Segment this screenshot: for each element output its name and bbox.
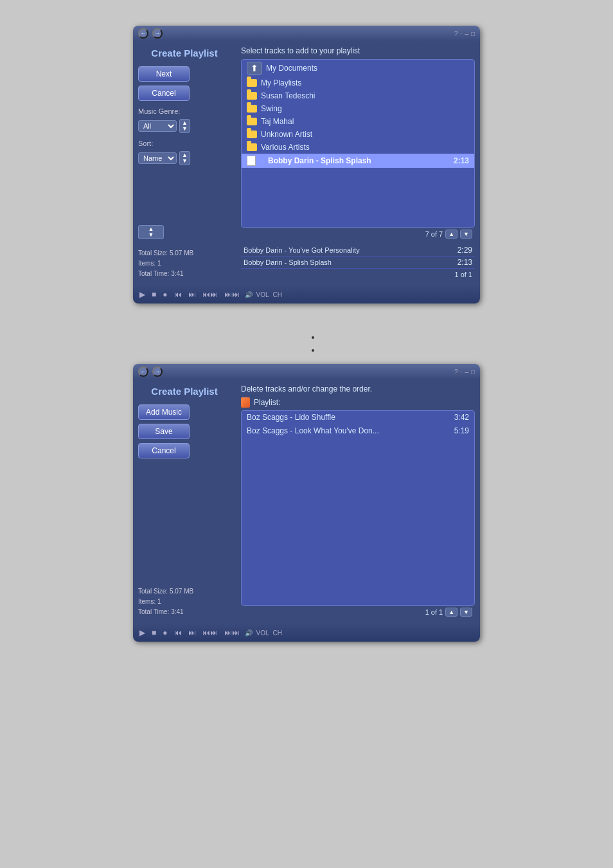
vol-icon2: 🔊 [245,629,253,637]
skipback-btn2[interactable]: ⏮⏭ [201,628,219,637]
genre-label: Music Genre: [138,107,231,115]
genre-updown[interactable]: ▲▼ [179,119,190,133]
track-row-1: Bobby Darin - You've Got Personality 2:2… [241,244,475,257]
track-row-2: Bobby Darin - Splish Splash 2:13 [241,257,475,269]
folder-unknown-artist[interactable]: Unknown Artist [242,128,474,141]
forward-button2[interactable]: → [152,366,163,377]
pag2-down-btn[interactable]: ▼ [460,608,472,617]
total-time1: Total Time: 3:41 [138,269,231,279]
pagination-bottom2: 1 of 1 ▲ ▼ [241,606,475,619]
play-btn2[interactable]: ▶ [138,628,147,637]
folder-label: Unknown Artist [261,130,312,139]
sort-select[interactable]: Name [138,152,177,164]
track-name-2: Bobby Darin - Splish Splash [244,258,332,266]
folder-swing[interactable]: Swing [242,102,474,115]
sidebar-updown[interactable]: ▲▼ [138,225,164,239]
total-size1: Total Size: 5.07 MB [138,248,231,258]
sidebar2: Create Playlist Add Music Save Cancel To… [133,379,236,624]
skipfwd-btn2[interactable]: ⏭⏭ [223,628,241,637]
rec-btn2[interactable]: ● [161,628,168,637]
window2: ← → ? · – □ Create Playlist Add Music Sa… [133,364,480,642]
track-time-w2-1: 3:42 [454,413,469,422]
folder-susan-tedeschi[interactable]: Susan Tedeschi [242,89,474,102]
sort-updown[interactable]: ▲▼ [179,151,190,165]
items2: Items: 1 [138,597,231,607]
total-time2: Total Time: 3:41 [138,607,231,617]
track-row-w2-1: Boz Scaggs - Lido Shuffle 3:42 [242,411,474,424]
folder-label: My Playlists [261,78,301,87]
playlist-label: Playlist: [241,397,475,408]
genre-select[interactable]: All [138,120,177,132]
bottom-tracks1: Bobby Darin - You've Got Personality 2:2… [241,244,475,269]
bullet-1 [321,332,324,342]
track-time-selected: 2:13 [454,156,469,165]
folder-icon [247,143,257,151]
folder-label: Susan Tedeschi [261,91,315,100]
prev-btn2[interactable]: ⏮ [173,628,183,637]
vol-label1: VOL [256,291,269,298]
folder-various-artists[interactable]: Various Artists [242,141,474,154]
play-btn1[interactable]: ▶ [138,290,147,299]
parent-folder-label: My Documents [266,64,317,73]
stop-btn1[interactable]: ■ [150,290,157,299]
instruction2: Delete tracks and/or change the order. [241,384,475,393]
window1-body: Create Playlist Next Cancel Music Genre:… [133,41,480,285]
rec-btn1[interactable]: ● [161,290,168,299]
track-time-2: 2:13 [458,258,472,267]
titlebar2-icon-max: □ [471,368,475,375]
sort-label: Sort: [138,140,231,147]
add-music-button[interactable]: Add Music [138,404,190,420]
file-browser1: ⬆ My Documents My Playlists Susan Tedesc… [241,59,475,228]
cancel-button1[interactable]: Cancel [138,86,190,101]
back-button2[interactable]: ← [138,366,148,377]
next-button[interactable]: Next [138,66,190,82]
pag2-up-btn[interactable]: ▲ [445,608,458,617]
vol-icon1: 🔊 [245,291,253,298]
track-name-1: Bobby Darin - You've Got Personality [244,246,360,254]
pag-down-btn[interactable]: ▼ [460,230,472,239]
music-note-icon: ♪ [260,156,264,166]
track-name-selected: Bobby Darin - Splish Splash [268,156,371,165]
folder-icon [247,92,257,100]
prev-btn1[interactable]: ⏮ [173,290,183,299]
bottombar2: ▶ ■ ● ⏮ ⏭ ⏮⏭ ⏭⏭ 🔊 VOL CH [133,624,480,642]
items1: Items: 1 [138,258,231,269]
folder-icon [247,131,257,138]
forward-button[interactable]: → [152,28,163,39]
titlebar2-icon-dot: · [461,368,463,375]
folder-taj-mahal[interactable]: Taj Mahal [242,115,474,128]
main-area1: Select tracks to add to your playlist ⬆ … [236,41,480,285]
bullet-2 [321,345,324,355]
titlebar2-icon-q: ? [454,368,458,375]
folder-icon [247,118,257,125]
save-button[interactable]: Save [138,424,190,439]
folder-label: Various Artists [261,143,310,152]
bottombar1: ▶ ■ ● ⏮ ⏭ ⏮⏭ ⏭⏭ 🔊 VOL CH [133,285,480,303]
stop-btn2[interactable]: ■ [150,628,157,637]
track-name-w2-2: Boz Scaggs - Look What You've Don... [247,426,379,435]
titlebar-icon-min: – [465,30,468,37]
sidebar2-title: Create Playlist [138,386,231,397]
titlebar-left: ← → [138,28,163,39]
pag-up-btn[interactable]: ▲ [445,230,458,239]
track-time-1: 2:29 [458,246,472,255]
next-btn2[interactable]: ⏭ [187,628,197,637]
ch-label2: CH [273,629,282,637]
titlebar-right: ? · – □ [454,30,475,37]
playlist-text: Playlist: [254,398,280,407]
folder-my-playlists[interactable]: My Playlists [242,77,474,89]
cancel-button2[interactable]: Cancel [138,443,190,458]
track-row-w2-2: Boz Scaggs - Look What You've Don... 5:1… [242,424,474,438]
ch-label1: CH [273,291,282,298]
parent-folder[interactable]: ⬆ My Documents [242,60,474,77]
page-info1: 1 of 1 [454,271,472,278]
sidebar2-stats: Total Size: 5.07 MB Items: 1 Total Time:… [138,586,231,617]
back-button[interactable]: ← [138,28,148,39]
skipback-btn1[interactable]: ⏮⏭ [201,290,219,299]
bullet-list [321,329,324,357]
page-info2: 1 of 1 [425,608,443,616]
next-btn1[interactable]: ⏭ [187,290,197,299]
skipfwd-btn1[interactable]: ⏭⏭ [223,290,241,299]
track-splish-splash-selected[interactable]: ♪ Bobby Darin - Splish Splash 2:13 [242,154,474,168]
folder-icon [247,79,257,87]
